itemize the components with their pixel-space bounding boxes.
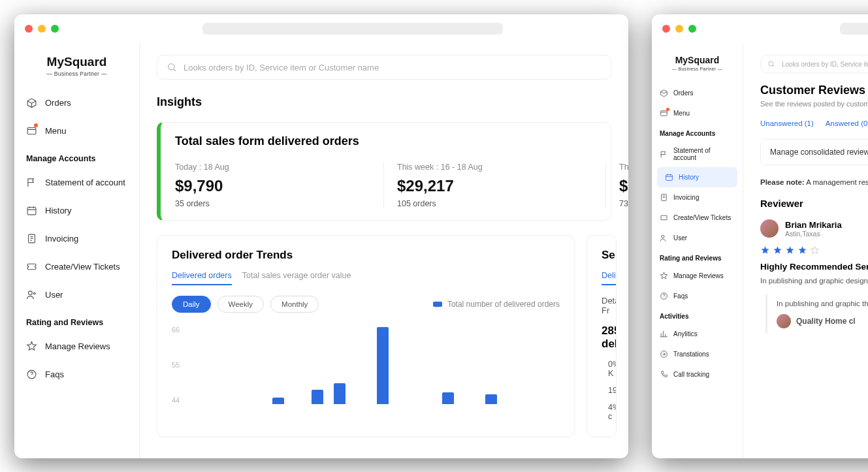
review-title: Highly Recommended Servi [760,262,868,272]
service-tab-delivered[interactable]: Delivered [602,271,617,285]
brand: MySquard — Business Partner — [14,43,139,84]
sidebar-item-tickets[interactable]: Create/View Tickets [652,208,743,228]
sidebar-item-faqs[interactable]: Faqs [652,286,743,306]
star-filled-icon [785,245,795,255]
stat-week: This week : 16 - 18 Aug $29,217 105 orde… [397,163,606,208]
page-subtitle: See the reviews posted by customer on [760,100,868,108]
range-selector: Daily Weekly Monthly [172,296,319,313]
tab-delivered-orders[interactable]: Delivered orders [172,271,232,285]
sidebar-item-menu[interactable]: Menu [14,117,139,145]
nav-label: History [679,174,699,181]
close-dot[interactable] [25,25,33,33]
stat-value: $1, [619,177,628,195]
stat-label: This month [619,163,628,172]
legend-swatch [433,302,442,307]
ytick: 66 [172,326,180,334]
brand-tagline: — Business Partner — [27,71,126,77]
range-monthly[interactable]: Monthly [270,296,319,313]
brand: MySquard — Business Partner — [652,43,743,78]
tab-total-sales[interactable]: Total sales verage order value [242,271,351,285]
range-daily[interactable]: Daily [172,296,211,313]
sidebar-item-tickets[interactable]: Create/View Tickets [14,253,139,281]
search-input[interactable]: Looks orders by ID, Service item or Cust… [157,55,611,80]
sidebar-section-manage: Manage Accounts [14,145,139,168]
maximize-dot[interactable] [51,25,59,33]
sidebar-item-invoicing[interactable]: Invoicing [652,187,743,208]
avatar [760,219,779,238]
invoice-icon [26,233,37,244]
sidebar-item-history[interactable]: History [657,167,737,187]
tab-answered[interactable]: Answered (0) [826,119,868,127]
sidebar: MySquard — Business Partner — Orders Men… [14,43,140,458]
sidebar-item-statement[interactable]: Statement of account [652,141,743,167]
avatar [777,314,791,328]
sidebar-item-orders[interactable]: Orders [14,89,139,117]
nav-label: Call tracking [673,371,709,378]
calendar-icon [665,173,673,181]
stat-sub: 736 [619,199,628,208]
bar [485,394,497,404]
reviewer-heading: Reviewer [760,198,868,209]
sidebar-item-manage-reviews[interactable]: Manage Reviews [14,332,139,360]
ytick: 44 [172,396,180,404]
help-icon [26,369,37,380]
flag-icon [26,177,37,188]
maximize-dot[interactable] [688,25,696,33]
sidebar-item-manage-reviews[interactable]: Manage Reviews [652,266,743,286]
address-bar-placeholder [202,23,503,35]
range-weekly[interactable]: Weekly [217,296,265,313]
sidebar-section-rating: Rating and Reviews [652,248,743,266]
calendar-icon [26,205,37,216]
sidebar-item-statement[interactable]: Statement of account [14,168,139,197]
main-content: Looks orders by ID, Service item or Cust… [140,43,628,458]
stat-today: Today : 18 Aug $9,790 35 orders [175,163,384,208]
trends-card: Delivered order Trends Delivered orders … [157,235,575,437]
brand-name: MySquard [27,55,126,69]
search-input[interactable]: Looks orders by ID, Service item or Cust… [760,55,868,73]
sidebar-item-analytics[interactable]: Anylitics [652,324,743,344]
sidebar-item-invoicing[interactable]: Invoicing [14,225,139,253]
notification-dot-icon [666,108,669,111]
app-window-insights: MySquard — Business Partner — Orders Men… [14,14,628,458]
sidebar-item-call-tracking[interactable]: Call tracking [652,364,743,385]
stat-sub: 35 orders [175,199,370,208]
help-icon [660,292,668,300]
nav-label: Invoicing [45,234,78,244]
sidebar-item-faqs[interactable]: Faqs [14,360,139,388]
minimize-dot[interactable] [675,25,683,33]
pct-text: 0% K [608,360,617,378]
search-icon [167,62,177,72]
bar [272,398,284,404]
user-icon [26,289,37,300]
tab-unanswered[interactable]: Unanswered (1) [760,119,814,127]
ticket-icon [660,213,668,222]
svg-rect-7 [661,111,667,116]
search-placeholder: Looks orders by ID, Service item or Cust… [184,63,379,72]
address-bar-placeholder [840,23,868,35]
app-window-reviews: MySquard — Business Partner — Orders Men… [652,14,868,458]
minimize-dot[interactable] [38,25,46,33]
sidebar-item-user[interactable]: User [652,228,743,248]
chart-icon [660,330,668,338]
phone-icon [660,370,668,379]
sidebar-item-transactions[interactable]: Transtations [652,344,743,364]
ytick: 55 [172,361,180,369]
nav-label: Statement of account [673,147,735,161]
manage-reviews-box[interactable]: Manage consolidated reviews [760,139,868,165]
sidebar: MySquard — Business Partner — Orders Men… [652,43,743,458]
sidebar-item-user[interactable]: User [14,281,139,309]
stat-month: This month $1, 736 [619,163,628,208]
stat-sub: 105 orders [397,199,592,208]
nav-label: Menu [45,126,67,136]
notification-dot-icon [34,123,38,127]
legend-label: Total number of delivered orders [447,300,560,309]
window-titlebar [652,14,868,43]
sidebar-item-orders[interactable]: Orders [652,83,743,103]
sidebar-item-history[interactable]: History [14,197,139,225]
reply-box: In publishing and graphic the visual for… [765,294,868,334]
sidebar-item-menu[interactable]: Menu [652,103,743,123]
window-controls [662,25,696,33]
bar-chart: 66 55 44 [172,326,560,424]
pct-text: 4% c [608,403,617,421]
close-dot[interactable] [662,25,670,33]
